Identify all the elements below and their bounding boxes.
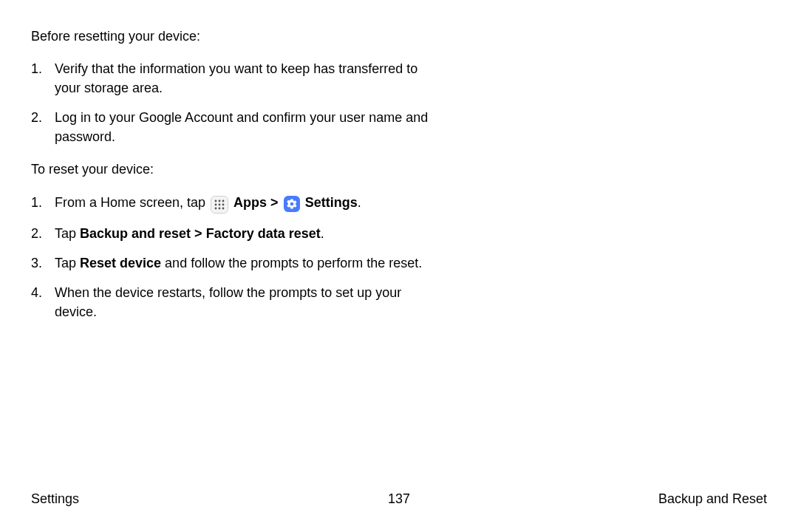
list-text: Tap Backup and reset > Factory data rese… [55, 224, 324, 243]
step1-tail: . [358, 195, 361, 210]
list-item: 3. Tap Reset device and follow the promp… [31, 253, 767, 273]
list-text: From a Home screen, tap Apps > Settings. [55, 193, 361, 214]
svg-point-7 [219, 207, 221, 209]
step2-tail: . [321, 226, 324, 241]
step2-lead: Tap [55, 226, 80, 241]
list-text: Tap Reset device and follow the prompts … [55, 253, 422, 273]
list-number: 2. [31, 108, 55, 146]
list-number: 2. [31, 224, 55, 243]
list-item: 1. Verify that the information you want … [31, 59, 767, 98]
step3-lead: Tap [55, 256, 80, 270]
settings-icon [284, 196, 300, 212]
apps-label: Apps [233, 195, 267, 210]
intro-to-reset: To reset your device: [31, 160, 767, 179]
list-item: 2. Log in to your Google Account and con… [31, 108, 767, 146]
svg-point-2 [222, 200, 225, 202]
list-item: 2. Tap Backup and reset > Factory data r… [31, 224, 767, 243]
intro-before-reset: Before resetting your device: [31, 27, 767, 46]
svg-point-0 [215, 200, 217, 202]
chevron-right-icon: > [194, 226, 202, 241]
footer-right: Backup and Reset [658, 489, 767, 508]
apps-icon [211, 196, 228, 214]
step3-rest: and follow the prompts to perform the re… [161, 256, 422, 270]
list-item: 4. When the device restarts, follow the … [31, 283, 767, 321]
factory-data-reset-label: Factory data reset [206, 226, 321, 241]
list-number: 1. [31, 59, 55, 98]
svg-point-1 [219, 200, 221, 202]
svg-point-8 [222, 207, 225, 209]
list-text: When the device restarts, follow the pro… [55, 283, 439, 321]
list-text: Verify that the information you want to … [55, 59, 439, 98]
chevron-right-icon: > [270, 195, 279, 210]
reset-steps-list: 1. From a Home screen, tap Apps > [31, 193, 767, 321]
footer-left: Settings [31, 489, 79, 508]
settings-label: Settings [305, 195, 358, 210]
page-footer: Settings 137 Backup and Reset [0, 489, 798, 508]
page-number: 137 [388, 489, 410, 508]
list-text: Log in to your Google Account and confir… [55, 108, 439, 146]
list-number: 3. [31, 253, 55, 273]
svg-point-5 [222, 203, 225, 205]
step1-lead: From a Home screen, tap [55, 195, 209, 210]
list-number: 1. [31, 193, 55, 214]
backup-and-reset-label: Backup and reset [80, 226, 191, 241]
list-number: 4. [31, 283, 55, 321]
pre-reset-list: 1. Verify that the information you want … [31, 59, 767, 146]
svg-point-6 [215, 207, 217, 209]
svg-point-4 [219, 203, 221, 205]
list-item: 1. From a Home screen, tap Apps > [31, 193, 767, 214]
svg-point-3 [215, 203, 217, 205]
reset-device-label: Reset device [80, 256, 161, 270]
page: Before resetting your device: 1. Verify … [0, 0, 798, 532]
